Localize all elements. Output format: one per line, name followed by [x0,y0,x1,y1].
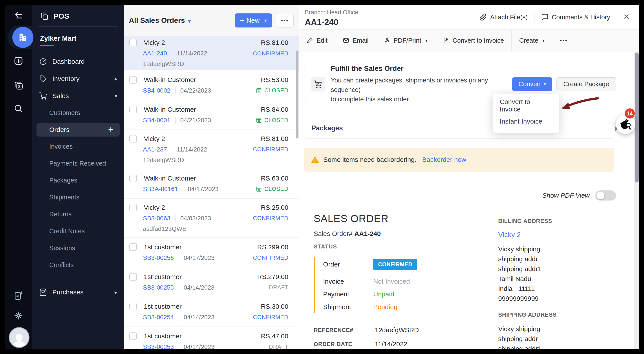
sales-order-row[interactable]: Walk-in Customer RS.53.00 SB4-0002 04/22… [124,70,299,100]
pdf-print-button[interactable]: PDF/Print ▾ [376,30,435,51]
sales-order-row[interactable]: Vicky 2 RS.25.00 SB3-0063 04/03/2023 CON… [124,198,299,238]
order-date: 11/14/2022 [177,146,207,153]
purchases-bag-icon [39,288,48,296]
settings-gear-icon[interactable] [5,310,32,320]
sidebar-item-inventory[interactable]: Inventory ▸ [32,70,124,87]
chevron-down-icon[interactable]: ▾ [264,18,267,23]
dashboard-gauge-icon [39,58,48,66]
packages-section[interactable]: Packages [304,118,614,138]
order-number-link[interactable]: SB3-00255 [143,284,174,291]
order-number-link[interactable]: SB3-00253 [143,344,174,350]
row-checkbox[interactable] [129,244,137,251]
sidebar-item-returns[interactable]: Returns [32,206,124,223]
sidebar-item-sessions[interactable]: Sessions [32,240,124,256]
sales-order-row[interactable]: Vicky 2 RS.81.00 AA1-240 11/14/2022 CONF… [124,36,299,70]
backorder-now-link[interactable]: Backorder now [422,156,466,163]
pdf-view-toggle[interactable] [596,190,616,200]
row-checkbox[interactable] [129,39,137,46]
sidebar-item-orders-active[interactable]: Orders + [36,123,120,136]
sidebar-item-payments-received[interactable]: Payments Received [32,155,124,172]
order-number-link[interactable]: SB4-0001 [143,117,170,124]
new-sales-order-button[interactable]: + New ▾ [235,14,272,28]
sidebar-item-credit-notes[interactable]: Credit Notes [32,223,124,240]
org-name[interactable]: Zylker Mart [32,26,124,42]
closed-box-icon [256,87,262,94]
create-button[interactable]: Create ▾ [512,30,552,51]
toolbar-more-button[interactable]: ••• [552,30,576,51]
new-document-icon[interactable] [5,290,32,300]
customer-name: Vicky 2 [144,204,165,211]
detail-scrollbar-thumb[interactable] [635,53,639,182]
fulfill-description-line1: You can create packages, shipments or in… [331,76,506,94]
sidebar-item-purchases[interactable]: Purchases ▸ [32,284,124,301]
status-payment-value: Unpaid [373,290,394,298]
sidebar-item-label: Sales [52,92,69,100]
menu-item-instant-invoice[interactable]: Instant Invoice [493,114,559,129]
pos-app-icon[interactable] [12,27,34,48]
row-checkbox[interactable] [129,174,137,182]
search-icon[interactable] [5,104,32,114]
envelope-icon [343,37,349,44]
status-shipment-value: Pending [373,303,398,311]
sidebar-item-shipments[interactable]: Shipments [32,189,124,206]
sidebar-item-dashboard[interactable]: Dashboard [32,53,124,70]
sidebar-item-conflicts[interactable]: Conflicts [32,256,124,274]
sidebar-item-label: Packages [49,177,77,184]
list-scrollbar-thumb[interactable] [296,50,298,138]
order-status: CONFIRMED [253,215,288,222]
sales-order-row[interactable]: 1st customer RS.47.00 SB3-00253 04/14/20… [124,327,299,349]
status-invoice-label: Invoice [323,278,373,285]
row-checkbox[interactable] [129,204,137,211]
list-title-dropdown[interactable]: All Sales Orders ▾ [129,16,191,25]
collapse-sidebar-icon[interactable] [5,11,32,21]
sales-order-row[interactable]: 1st customer RS.279.00 SB3-00255 04/14/2… [124,267,299,297]
create-package-button[interactable]: Create Package [556,78,616,91]
row-checkbox[interactable] [129,135,137,142]
email-button[interactable]: Email [335,30,376,51]
order-number-link[interactable]: SB4-0002 [143,87,170,94]
sales-order-row[interactable]: Walk-in Customer RS.63.00 SB3A-00161 04/… [124,169,299,198]
attach-files-button[interactable]: Attach File(s) [480,14,528,21]
comments-history-button[interactable]: Comments & History [541,14,610,21]
row-checkbox[interactable] [129,303,137,310]
chevron-down-icon: ▾ [425,38,428,43]
edit-button[interactable]: Edit [299,30,335,51]
sidebar-item-customers[interactable]: Customers [32,104,124,121]
billing-customer-link[interactable]: Vicky 2 [498,231,630,239]
list-more-button[interactable]: ••• [276,13,294,28]
row-checkbox[interactable] [129,332,137,340]
ellipsis-icon: ••• [560,37,568,44]
payments-icon[interactable]: $ [5,80,32,90]
sidebar-item-sales[interactable]: Sales ▾ [32,87,124,104]
sidebar-item-label: Purchases [52,288,84,296]
sidebar-app-header[interactable]: POS [32,5,124,21]
status-order-badge: CONFIRMED [373,259,417,270]
reports-icon[interactable] [5,56,32,66]
sidebar-item-invoices[interactable]: Invoices [32,138,124,155]
row-checkbox[interactable] [129,106,137,113]
sales-order-row[interactable]: Vicky 2 RS.81.00 AA1-237 11/14/2022 CONF… [124,130,299,169]
sales-order-row[interactable]: 1st customer RS.299.00 SB3-00256 04/17/2… [124,238,299,267]
order-number-link[interactable]: SB3A-00161 [143,186,178,192]
sidebar-item-label: Sessions [49,244,75,252]
sidebar-item-packages[interactable]: Packages [32,172,124,189]
order-amount: RS.53.00 [261,76,288,84]
convert-to-invoice-button[interactable]: Convert to Invoice [435,30,512,51]
order-number-link[interactable]: SB3-00254 [143,314,174,321]
order-number-link[interactable]: AA1-240 [143,50,167,57]
menu-item-convert-to-invoice[interactable]: Convert to Invoice [493,98,559,114]
row-checkbox[interactable] [129,273,137,280]
detail-scrollbar-track[interactable] [634,51,639,349]
comment-bubble-icon [541,14,548,21]
row-checkbox[interactable] [129,76,137,84]
order-number-link[interactable]: AA1-237 [143,146,167,153]
sales-order-row[interactable]: 1st customer RS.30.00 SB3-00254 04/14/20… [124,297,299,327]
convert-button[interactable]: Convert ▾ [512,78,552,91]
order-number-link[interactable]: SB3-0063 [143,215,170,222]
close-icon[interactable]: × [624,12,630,23]
add-order-icon[interactable]: + [108,124,114,135]
backorder-warning-banner: Some items need backordering. Backorder … [304,148,614,172]
user-avatar[interactable] [9,327,30,348]
order-number-link[interactable]: SB3-00256 [143,254,174,262]
sales-order-row[interactable]: Walk-in Customer RS.84.00 SB4-0001 04/21… [124,100,299,130]
